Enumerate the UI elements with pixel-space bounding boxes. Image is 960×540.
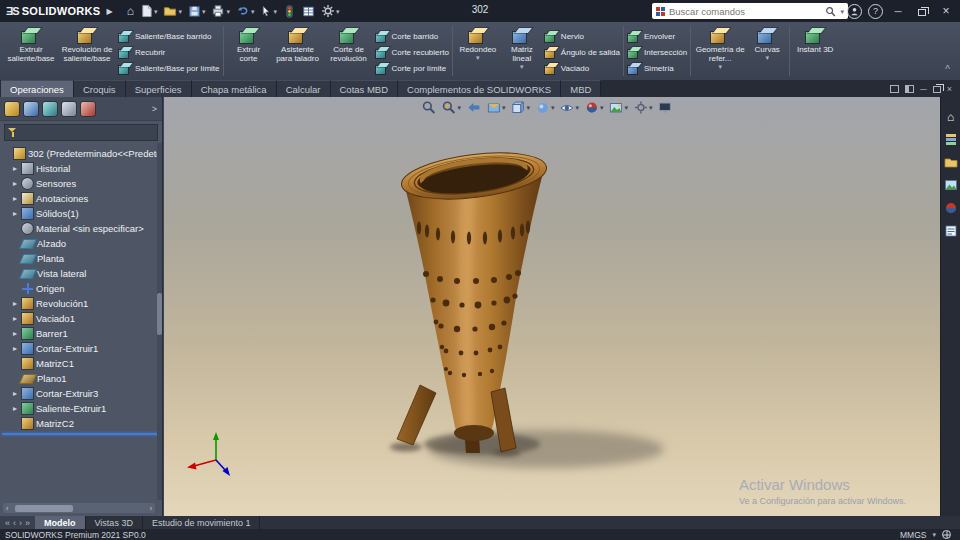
hide-show-items-button[interactable]: ▾ — [558, 99, 580, 116]
home-button[interactable]: ⌂ — [125, 4, 136, 18]
tab-complementos[interactable]: Complementos de SOLIDWORKS — [398, 80, 561, 97]
tree-item-origen[interactable]: Origen — [0, 281, 162, 296]
rib-button[interactable]: Nervio — [544, 29, 620, 44]
search-icon[interactable] — [825, 6, 836, 17]
zoom-fit-button[interactable] — [420, 99, 437, 116]
intersect-button[interactable]: Intersección — [627, 45, 687, 60]
propertymanager-tab[interactable] — [24, 102, 38, 116]
next-tab-icon[interactable]: › — [19, 518, 22, 528]
pane-layout-icon[interactable] — [890, 85, 899, 93]
open-button[interactable]: ▾ — [161, 3, 184, 19]
expand-icon[interactable]: ▸ — [11, 209, 19, 218]
home-tab-icon[interactable]: ⌂ — [947, 111, 954, 123]
shell-button[interactable]: Vaciado — [544, 61, 620, 76]
save-button[interactable]: ▾ — [186, 4, 208, 19]
dimxpertmanager-tab[interactable] — [62, 102, 76, 116]
graphics-viewport[interactable]: ▾ ▾ ▾ ▾ ▾ ▾ — [164, 97, 940, 516]
tab-chapa-metalica[interactable]: Chapa metálica — [192, 80, 277, 97]
linear-pattern-button[interactable]: Matriz lineal ▾ — [502, 25, 542, 77]
draft-button[interactable]: Ángulo de salida — [544, 45, 620, 60]
tree-root-part[interactable]: 302 (Predeterminado<<Predetermina — [0, 146, 162, 161]
login-button[interactable] — [847, 4, 862, 19]
tree-item-plano1[interactable]: Plano1 — [0, 371, 162, 386]
tree-item-saliente-extruir1[interactable]: ▸ Saliente-Extruir1 — [0, 401, 162, 416]
expand-icon[interactable]: ▸ — [11, 164, 19, 173]
tree-item-solidos[interactable]: ▸ Sólidos(1) — [0, 206, 162, 221]
undo-button[interactable]: ▾ — [234, 3, 257, 19]
tab-superficies[interactable]: Superficies — [126, 80, 192, 97]
tree-item-matrizc1[interactable]: MatrizC1 — [0, 356, 162, 371]
tree-item-vaciado1[interactable]: ▸ Vaciado1 — [0, 311, 162, 326]
revolve-cut-button[interactable]: Corte de revolución — [325, 25, 373, 77]
scrollbar-thumb[interactable] — [15, 505, 73, 512]
tree-item-vista-lateral[interactable]: Vista lateral — [0, 266, 162, 281]
menu-arrow-icon[interactable]: ▶ — [106, 7, 112, 16]
edit-appearance-button[interactable]: ▾ — [583, 99, 605, 116]
instant3d-button[interactable]: Instant 3D — [793, 25, 837, 77]
expand-icon[interactable]: ▸ — [11, 299, 19, 308]
scroll-right-icon[interactable]: › — [150, 505, 152, 512]
tab-croquis[interactable]: Croquis — [74, 80, 126, 97]
expand-icon[interactable]: ▸ — [11, 194, 19, 203]
file-explorer-icon[interactable] — [944, 155, 958, 169]
file-properties-button[interactable] — [300, 4, 317, 19]
expand-icon[interactable]: ▸ — [11, 329, 19, 338]
units-caret-icon[interactable]: ▾ — [932, 531, 936, 538]
scrollbar-thumb[interactable] — [157, 293, 162, 335]
options-button[interactable]: ▾ — [319, 3, 342, 19]
view-orientation-button[interactable]: ▾ — [509, 99, 531, 116]
custom-properties-icon[interactable] — [944, 224, 958, 238]
expand-icon[interactable]: ▸ — [11, 344, 19, 353]
tree-item-anotaciones[interactable]: ▸ Anotaciones — [0, 191, 162, 206]
units-value[interactable]: MMGS — [900, 530, 926, 540]
expand-icon[interactable]: ▸ — [11, 179, 19, 188]
tree-item-alzado[interactable]: Alzado — [0, 236, 162, 251]
extrude-cut-button[interactable]: Extruir corte — [227, 25, 271, 77]
panel-vertical-scrollbar[interactable] — [157, 143, 162, 500]
scroll-left-icon[interactable]: ‹ — [6, 505, 8, 512]
doc-close-button[interactable]: × — [947, 84, 952, 94]
view-settings-button[interactable]: ▾ — [632, 99, 654, 116]
zoom-area-button[interactable]: ▾ — [440, 99, 462, 116]
first-tab-icon[interactable]: « — [5, 518, 10, 528]
tree-item-material[interactable]: Material <sin especificar> — [0, 221, 162, 236]
panel-chevron-icon[interactable]: > — [152, 104, 157, 114]
command-search[interactable]: ▾ — [652, 3, 848, 19]
split-pane-icon[interactable] — [905, 85, 914, 93]
panel-horizontal-scrollbar[interactable]: ‹ › — [3, 503, 155, 513]
select-button[interactable]: ▾ — [258, 3, 279, 19]
expand-icon[interactable]: ▸ — [11, 389, 19, 398]
mirror-button[interactable]: Simetría — [627, 61, 687, 76]
tree-item-planta[interactable]: Planta — [0, 251, 162, 266]
tab-vistas-3d[interactable]: Vistas 3D — [86, 516, 143, 529]
prev-tab-icon[interactable]: ‹ — [13, 518, 16, 528]
new-document-button[interactable]: ▾ — [138, 3, 160, 19]
tree-item-sensores[interactable]: ▸ Sensores — [0, 176, 162, 191]
model-3d-funnel[interactable] — [164, 97, 940, 516]
tree-item-cortar-extruir3[interactable]: ▸ Cortar-Extruir3 — [0, 386, 162, 401]
ribbon-collapse-button[interactable]: ^ — [937, 64, 958, 78]
tree-item-cortar-extruir1[interactable]: ▸ Cortar-Extruir1 — [0, 341, 162, 356]
previous-view-button[interactable] — [465, 99, 482, 116]
hole-wizard-button[interactable]: Asistente para taladro — [273, 25, 323, 77]
section-view-button[interactable]: ▾ — [485, 99, 507, 116]
tab-estudio-movimiento[interactable]: Estudio de movimiento 1 — [143, 516, 261, 529]
revolve-boss-button[interactable]: Revolución de saliente/base — [58, 25, 116, 77]
tree-item-revolucion1[interactable]: ▸ Revolución1 — [0, 296, 162, 311]
rollback-bar[interactable] — [2, 433, 160, 435]
tree-item-matrizc2[interactable]: MatrizC2 — [0, 416, 162, 431]
tab-mbd[interactable]: MBD — [561, 80, 601, 97]
rebuild-button[interactable] — [281, 3, 298, 20]
wrap-button[interactable]: Envolver — [627, 29, 687, 44]
tab-modelo[interactable]: Modelo — [35, 516, 86, 529]
last-tab-icon[interactable]: » — [25, 518, 30, 528]
reference-geometry-button[interactable]: Geometría de refer... ▾ — [694, 25, 746, 77]
print-button[interactable]: ▾ — [209, 3, 232, 19]
extrude-boss-button[interactable]: Extruir saliente/base — [6, 25, 56, 77]
curves-button[interactable]: Curvas ▾ — [748, 25, 786, 77]
loft-cut-button[interactable]: Corte recubierto — [375, 45, 449, 60]
appearances-icon[interactable] — [944, 201, 958, 215]
help-button[interactable]: ? — [868, 4, 883, 19]
doc-minimize-button[interactable]: ─ — [920, 84, 926, 94]
boundary-cut-button[interactable]: Corte por límite — [375, 61, 449, 76]
